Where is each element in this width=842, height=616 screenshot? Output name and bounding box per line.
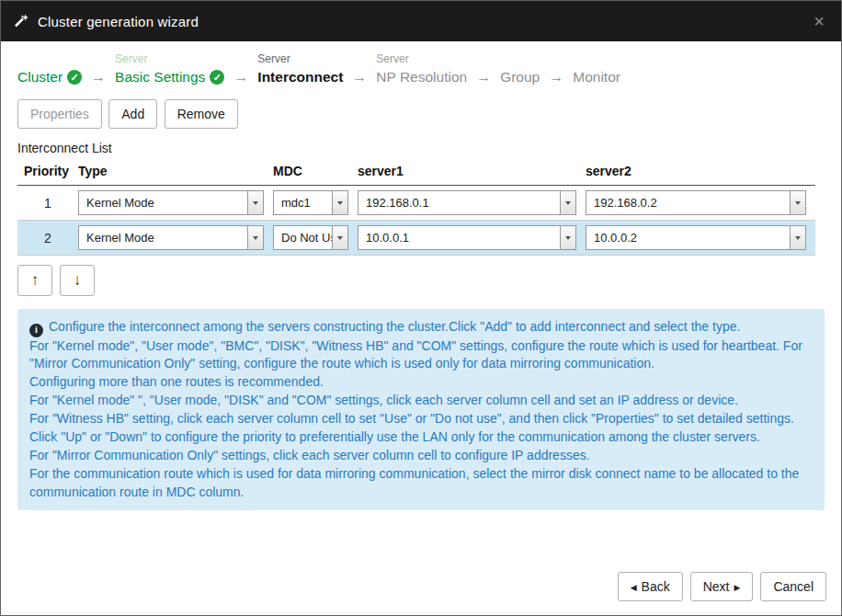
remove-button[interactable]: Remove <box>165 99 238 129</box>
step-label: Basic Settings <box>115 68 205 86</box>
toolbar: Properties Add Remove <box>1 92 841 132</box>
move-down-button[interactable]: ↓ <box>60 265 95 296</box>
cluster-generation-wizard-dialog: Cluster generation wizard × Cluster ✓ → … <box>0 0 842 616</box>
mdc-select[interactable]: mdc1 <box>273 190 348 215</box>
step-sup-label <box>17 52 82 68</box>
step-arrow-icon: → <box>540 67 573 86</box>
table-header: Priority Type MDC server1 server2 <box>17 161 815 186</box>
title-bar: Cluster generation wizard × <box>1 1 841 41</box>
next-label: Next <box>703 579 730 594</box>
priority-cell: 2 <box>17 231 78 245</box>
server2-select[interactable]: 192.168.0.2 <box>586 190 806 215</box>
chevron-down-icon[interactable] <box>332 191 347 214</box>
reorder-controls: ↑ ↓ <box>1 256 841 303</box>
header-mdc: MDC <box>273 164 358 178</box>
table-row[interactable]: 1 Kernel Mode mdc1 192.168.0.1 192.168.0… <box>17 186 815 221</box>
header-priority: Priority <box>17 164 78 178</box>
step-sup-label <box>500 52 540 68</box>
type-value: Kernel Mode <box>79 231 247 245</box>
server2-select[interactable]: 10.0.0.2 <box>586 225 806 250</box>
chevron-down-icon[interactable] <box>560 191 575 214</box>
step-label: Monitor <box>573 68 620 86</box>
info-line: iConfigure the interconnect among the se… <box>29 318 813 337</box>
wand-icon <box>14 14 29 29</box>
step-sup-label: Server <box>115 52 224 68</box>
mdc-value: Do Not Use <box>274 231 332 245</box>
back-arrow-icon: ◀ <box>631 584 637 592</box>
info-line: Click "Up" or "Down" to configure the pr… <box>29 428 813 447</box>
type-select[interactable]: Kernel Mode <box>78 225 264 250</box>
step-arrow-icon: → <box>467 67 500 86</box>
step-arrow-icon: → <box>343 67 376 86</box>
server2-value: 10.0.0.2 <box>586 231 790 245</box>
back-label: Back <box>642 579 670 594</box>
check-icon: ✓ <box>67 70 82 85</box>
step-arrow-icon: → <box>82 67 115 86</box>
footer-buttons: ◀ Back Next ▶ Cancel <box>1 561 841 615</box>
cancel-label: Cancel <box>773 579 814 594</box>
add-button[interactable]: Add <box>108 99 157 129</box>
header-type: Type <box>78 164 273 178</box>
back-button[interactable]: ◀ Back <box>618 572 683 601</box>
info-line: For "Witness HB" setting, click each ser… <box>29 410 813 428</box>
server1-select[interactable]: 192.168.0.1 <box>358 190 576 215</box>
info-panel: iConfigure the interconnect among the se… <box>17 309 825 510</box>
type-value: Kernel Mode <box>79 196 247 210</box>
chevron-down-icon[interactable] <box>790 226 805 249</box>
step-basic-settings[interactable]: Server Basic Settings ✓ <box>115 52 224 86</box>
move-up-button[interactable]: ↑ <box>17 265 52 296</box>
server1-value: 10.0.0.1 <box>358 231 560 245</box>
step-sup-label: Server <box>376 52 467 68</box>
step-group[interactable]: Group <box>500 52 540 86</box>
server2-value: 192.168.0.2 <box>586 196 790 210</box>
chevron-down-icon[interactable] <box>247 226 263 249</box>
step-arrow-icon: → <box>224 67 257 86</box>
info-line: Configuring more than one routes is reco… <box>29 373 813 392</box>
info-icon: i <box>29 324 43 337</box>
step-sup-label: Server <box>257 52 343 68</box>
chevron-down-icon[interactable] <box>790 191 805 214</box>
window-title: Cluster generation wizard <box>38 14 199 29</box>
interconnect-table: Priority Type MDC server1 server2 1 Kern… <box>17 161 815 256</box>
table-row[interactable]: 2 Kernel Mode Do Not Use 10.0.0.1 10.0.0… <box>17 221 815 256</box>
server1-select[interactable]: 10.0.0.1 <box>358 225 576 250</box>
step-sup-label <box>573 52 620 68</box>
priority-cell: 1 <box>17 196 78 211</box>
next-arrow-icon: ▶ <box>734 584 740 592</box>
next-button[interactable]: Next ▶ <box>690 572 754 601</box>
step-label: Cluster <box>17 68 63 86</box>
chevron-down-icon[interactable] <box>247 191 263 214</box>
chevron-down-icon[interactable] <box>332 226 347 249</box>
mdc-select[interactable]: Do Not Use <box>273 225 348 250</box>
header-server2: server2 <box>586 164 815 178</box>
arrow-down-icon: ↓ <box>74 271 82 290</box>
cancel-button[interactable]: Cancel <box>760 572 826 601</box>
close-icon[interactable]: × <box>810 10 828 32</box>
interconnect-list-title: Interconnect List <box>1 132 841 161</box>
properties-button[interactable]: Properties <box>17 99 102 129</box>
header-server1: server1 <box>358 164 586 178</box>
step-label: Group <box>500 68 540 86</box>
info-line: For "Mirror Communication Only" settings… <box>29 447 813 465</box>
info-text: Configure the interconnect among the ser… <box>49 319 740 334</box>
step-np-resolution[interactable]: Server NP Resolution <box>376 52 467 86</box>
mdc-value: mdc1 <box>274 196 332 210</box>
server1-value: 192.168.0.1 <box>358 196 560 210</box>
info-line: For "Kernel mode" ", "User mode, "DISK" … <box>29 392 813 410</box>
step-interconnect[interactable]: Server Interconnect <box>257 52 343 86</box>
type-select[interactable]: Kernel Mode <box>78 190 264 215</box>
info-line: For "Kernel mode", "User mode", "BMC", "… <box>29 337 813 374</box>
step-monitor[interactable]: Monitor <box>573 52 620 86</box>
info-line: For the communication route which is use… <box>29 465 813 502</box>
check-icon: ✓ <box>210 70 224 85</box>
arrow-up-icon: ↑ <box>31 271 40 290</box>
chevron-down-icon[interactable] <box>560 226 575 249</box>
step-label: NP Resolution <box>376 68 467 86</box>
wizard-steps: Cluster ✓ → Server Basic Settings ✓ → Se… <box>1 41 841 92</box>
step-label: Interconnect <box>257 68 343 86</box>
step-cluster[interactable]: Cluster ✓ <box>17 52 82 86</box>
